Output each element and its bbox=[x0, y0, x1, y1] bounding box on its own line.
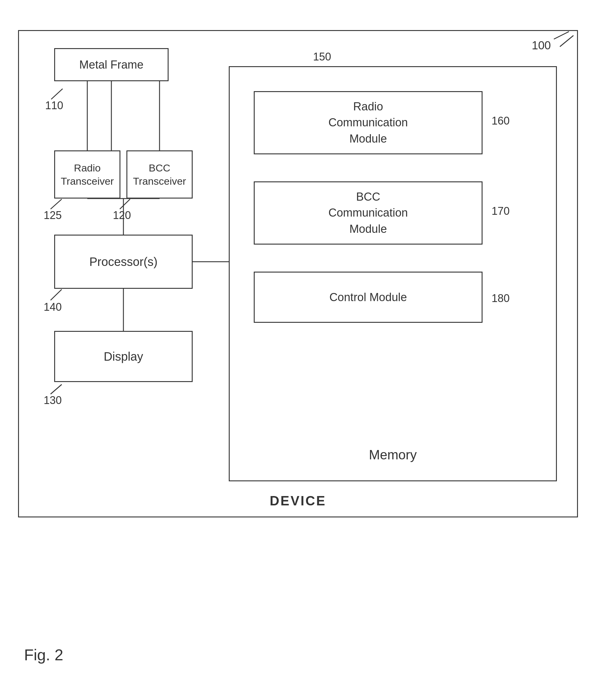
bcc-comm-text: BCCCommunicationModule bbox=[328, 189, 408, 237]
radio-transceiver-text: RadioTransceiver bbox=[61, 161, 114, 188]
ref-130-label: 130 bbox=[44, 394, 62, 407]
control-module-text: Control Module bbox=[329, 291, 407, 304]
ref-110-label: 110 bbox=[45, 99, 63, 112]
processor-text: Processor(s) bbox=[89, 255, 158, 269]
diagram-area: DEVICE bbox=[18, 30, 578, 517]
device-label: DEVICE bbox=[270, 493, 326, 509]
display-box: Display bbox=[54, 331, 193, 382]
ref-140-label: 140 bbox=[44, 301, 62, 313]
radio-comm-text: RadioCommunicationModule bbox=[328, 99, 408, 147]
display-text: Display bbox=[104, 350, 143, 363]
bcc-transceiver-text: BCCTransceiver bbox=[133, 161, 186, 188]
processor-box: Processor(s) bbox=[54, 235, 193, 289]
ref-100-label: 100 bbox=[532, 39, 551, 52]
ref-170-label: 170 bbox=[491, 205, 510, 217]
ref-180-label: 180 bbox=[491, 292, 510, 305]
memory-label: Memory bbox=[230, 447, 556, 462]
bcc-transceiver-box: BCCTransceiver bbox=[126, 150, 193, 199]
metal-frame-box: Metal Frame bbox=[54, 48, 168, 81]
figure-label: Fig. 2 bbox=[24, 646, 63, 664]
modules-outer-box: RadioCommunicationModule 160 BCCCommunic… bbox=[229, 66, 557, 481]
ref-125-label: 125 bbox=[44, 209, 62, 222]
ref-150-label: 150 bbox=[313, 50, 331, 63]
metal-frame-text: Metal Frame bbox=[79, 58, 143, 71]
control-module-box: Control Module bbox=[254, 272, 482, 323]
bcc-comm-box: BCCCommunicationModule bbox=[254, 181, 482, 245]
page-container: DEVICE bbox=[0, 0, 593, 700]
ref-160-label: 160 bbox=[491, 115, 510, 127]
radio-transceiver-box: RadioTransceiver bbox=[54, 150, 120, 199]
ref-120-label: 120 bbox=[113, 209, 131, 222]
radio-comm-box: RadioCommunicationModule bbox=[254, 91, 482, 154]
